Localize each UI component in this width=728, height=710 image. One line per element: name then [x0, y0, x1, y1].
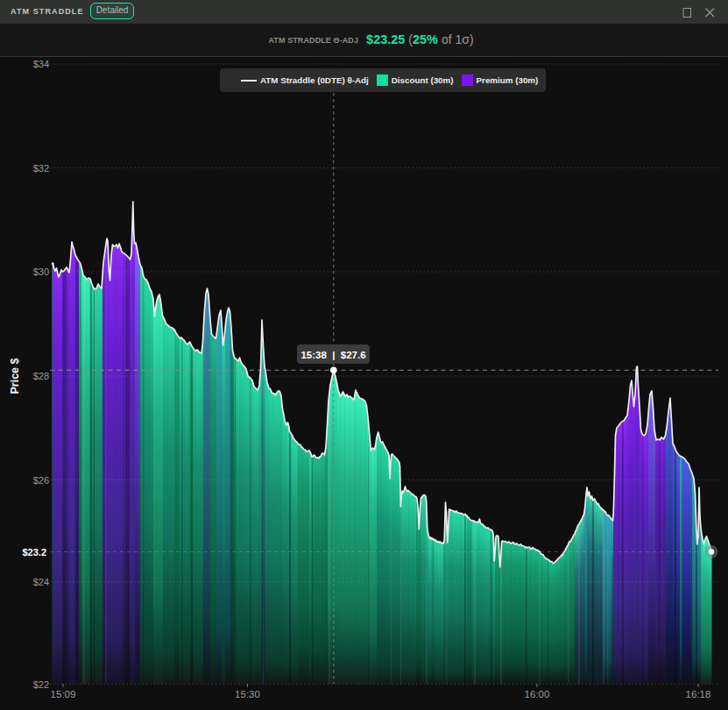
svg-text:$28: $28: [33, 371, 49, 381]
svg-text:15:09: 15:09: [51, 689, 76, 699]
svg-text:$30: $30: [33, 266, 49, 277]
svg-text:$24: $24: [33, 577, 49, 587]
svg-text:$34: $34: [33, 59, 49, 69]
svg-text:$32: $32: [33, 163, 49, 174]
svg-text:$23.2: $23.2: [22, 547, 46, 557]
svg-text:Price $: Price $: [9, 358, 21, 394]
svg-text:16:00: 16:00: [525, 689, 550, 699]
svg-text:$26: $26: [33, 475, 49, 486]
svg-text:16:18: 16:18: [686, 689, 711, 699]
svg-text:$22: $22: [33, 679, 49, 690]
svg-text:15:30: 15:30: [235, 689, 260, 699]
svg-text:15:38 | $27.6: 15:38 | $27.6: [300, 350, 365, 360]
